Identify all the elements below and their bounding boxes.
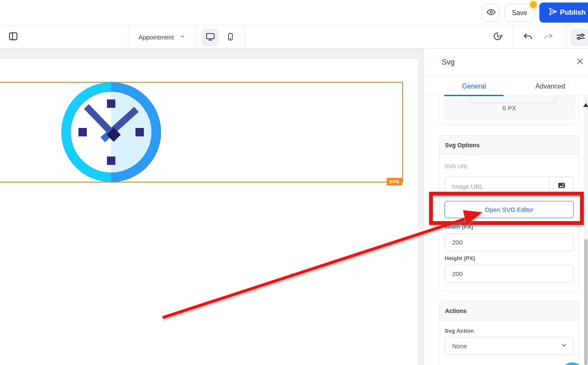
tab-advanced[interactable]: Advanced xyxy=(520,77,580,96)
panel-scrollbar-thumb[interactable] xyxy=(584,239,588,365)
preview-button[interactable] xyxy=(482,4,500,22)
toolbar-divider xyxy=(566,26,567,49)
smartphone-icon xyxy=(226,32,235,43)
image-icon xyxy=(557,181,566,191)
svg-url-input[interactable] xyxy=(445,177,549,196)
mobile-view-button[interactable] xyxy=(223,31,237,44)
close-panel-button[interactable] xyxy=(575,57,585,67)
clock-illustration xyxy=(61,176,161,183)
sliders-icon xyxy=(575,31,586,44)
height-input[interactable] xyxy=(445,265,574,283)
chevron-down-icon xyxy=(561,342,567,350)
selection-border-top xyxy=(0,82,403,83)
settings-panel-button[interactable] xyxy=(570,29,588,46)
send-icon xyxy=(547,7,556,18)
editor-toolbar: Appointment xyxy=(0,26,588,49)
scroll-up-arrow[interactable] xyxy=(583,103,588,107)
canvas-gutter xyxy=(418,49,424,365)
panel-tabs: General Advanced xyxy=(424,77,588,96)
close-icon xyxy=(576,57,584,67)
publish-button[interactable]: Publish xyxy=(539,3,588,23)
canvas-area: SVG xyxy=(0,49,418,365)
desktop-view-button[interactable] xyxy=(201,29,219,46)
width-input[interactable] xyxy=(445,233,574,251)
panel-title: Svg xyxy=(442,58,455,67)
svg-action-select[interactable]: None xyxy=(445,337,574,355)
actions-header: Actions xyxy=(440,301,579,321)
spacing-dashed-box xyxy=(470,96,556,103)
panel-header: Svg xyxy=(424,49,588,77)
width-label: Width (PX) xyxy=(445,224,574,230)
history-icon xyxy=(492,31,503,43)
save-button-label: Save xyxy=(512,9,527,17)
toolbar-divider xyxy=(245,26,245,49)
image-picker-button[interactable] xyxy=(549,177,573,196)
monitor-icon xyxy=(206,32,215,43)
actions-card: Actions Svg Action None xyxy=(439,301,579,365)
open-svg-editor-button[interactable]: Open SVG Editor xyxy=(445,201,574,218)
svg-action-value: None xyxy=(452,342,467,349)
selection-badge: SVG xyxy=(387,178,402,185)
spacing-card: 0 PX xyxy=(439,96,579,125)
chevron-down-icon xyxy=(180,34,185,41)
redo-button[interactable] xyxy=(542,31,554,43)
history-button[interactable] xyxy=(492,31,503,43)
undo-button[interactable] xyxy=(522,31,533,43)
top-bar: Save Publish xyxy=(0,0,588,26)
spacing-value: 0 PX xyxy=(443,105,575,112)
settings-panel: Svg General Advanced 0 PX Svg Options xyxy=(424,49,588,365)
svg-action-label: Svg Action xyxy=(445,328,574,334)
selection-border-right xyxy=(402,82,403,182)
toolbar-divider xyxy=(513,26,513,49)
page-selector-label: Appointment xyxy=(138,34,174,41)
svg-options-header: Svg Options xyxy=(440,136,579,155)
notification-dot xyxy=(530,1,537,8)
svg-options-card: Svg Options SVG URL xyxy=(439,135,579,292)
spacing-control[interactable]: 0 PX xyxy=(443,96,575,120)
selection-border-bottom xyxy=(0,182,403,182)
eye-icon xyxy=(487,8,496,18)
redo-icon xyxy=(543,31,554,43)
page-selector-dropdown[interactable]: Appointment xyxy=(128,26,195,49)
svg-url-input-group xyxy=(445,177,574,196)
svg-url-label: SVG URL xyxy=(445,163,574,169)
publish-button-label: Publish xyxy=(560,8,585,17)
columns-icon xyxy=(8,31,18,43)
height-label: Height (PX) xyxy=(445,255,574,261)
undo-icon xyxy=(523,31,533,43)
selected-svg-element[interactable] xyxy=(61,82,161,182)
app-window: Save Publish Appointment xyxy=(0,0,588,365)
layout-toggle-button[interactable] xyxy=(7,31,19,43)
panel-scroll-area: 0 PX Svg Options SVG URL xyxy=(424,96,588,365)
tab-general[interactable]: General xyxy=(444,77,504,96)
toolbar-divider xyxy=(195,26,196,49)
